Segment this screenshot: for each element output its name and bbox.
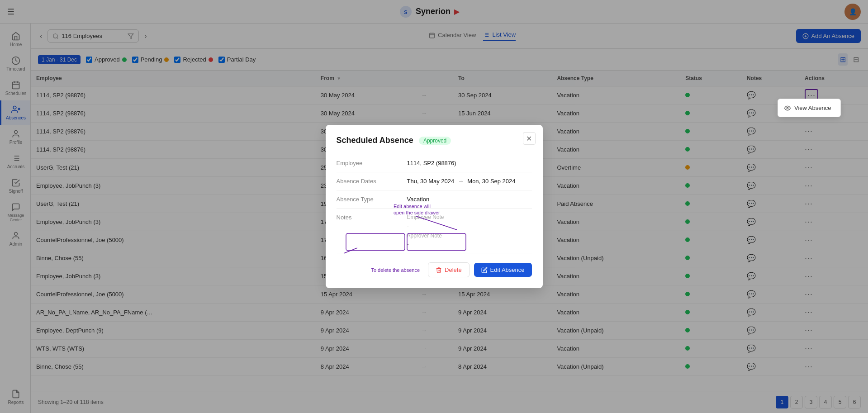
delete-absence-button[interactable]: Delete [428,262,470,277]
employee-label: Employee [337,160,400,166]
modal-overlay: ✕ Scheduled Absence Approved Employee 11… [0,0,868,413]
modal-notes-row: Notes Employee Note - [337,214,532,229]
dates-arrow-icon: → [458,178,464,185]
employee-note-sublabel: Employee Note [407,214,444,220]
modal-notes-section: Notes Employee Note - Approver Note - [337,209,532,253]
approver-notes-content: Approver Note - [407,233,442,247]
modal-type-row: Absence Type Vacation [337,190,532,209]
pencil-icon [481,267,488,273]
approver-note-spacer [337,233,400,247]
view-absence-label: View Absence [794,104,831,111]
view-absence-menu-item[interactable]: View Absence [778,101,840,115]
modal-employee-row: Employee 1114, SP2 (98876) [337,154,532,172]
notes-content: Employee Note - [407,214,444,229]
modal-dates-row: Absence Dates Thu, 30 May 2024 → Mon, 30… [337,172,532,190]
context-menu: View Absence [778,99,841,117]
employee-note-value: - [407,222,444,229]
approved-badge: Approved [419,137,451,145]
delete-button-label: Delete [445,266,462,273]
approver-note-sublabel: Approver Note [407,233,442,239]
absence-type-label: Absence Type [337,196,400,203]
edit-absence-button[interactable]: Edit Absence [474,263,532,277]
absence-type-value: Vacation [407,196,532,203]
absence-date-from: Thu, 30 May 2024 [407,178,455,185]
modal-close-button[interactable]: ✕ [523,132,536,145]
scheduled-absence-modal: ✕ Scheduled Absence Approved Employee 11… [326,125,543,288]
edit-button-label: Edit Absence [490,266,525,273]
delete-annotation-text: To delete the absence [371,267,420,273]
notes-label: Notes [337,214,400,229]
modal-footer: To delete the absence Delete Edit Absenc… [337,262,532,277]
trash-icon [436,267,442,273]
approver-note-value: - [407,241,442,247]
employee-value: 1114, SP2 (98876) [407,160,532,166]
eye-icon [784,105,791,111]
absence-dates-label: Absence Dates [337,178,400,185]
absence-date-to: Mon, 30 Sep 2024 [467,178,515,185]
modal-header: Scheduled Absence Approved [337,136,532,145]
absence-dates-value: Thu, 30 May 2024 → Mon, 30 Sep 2024 [407,178,532,185]
modal-approver-notes-row: Approver Note - [337,233,532,247]
modal-title: Scheduled Absence [337,136,413,145]
svg-point-34 [787,107,788,109]
